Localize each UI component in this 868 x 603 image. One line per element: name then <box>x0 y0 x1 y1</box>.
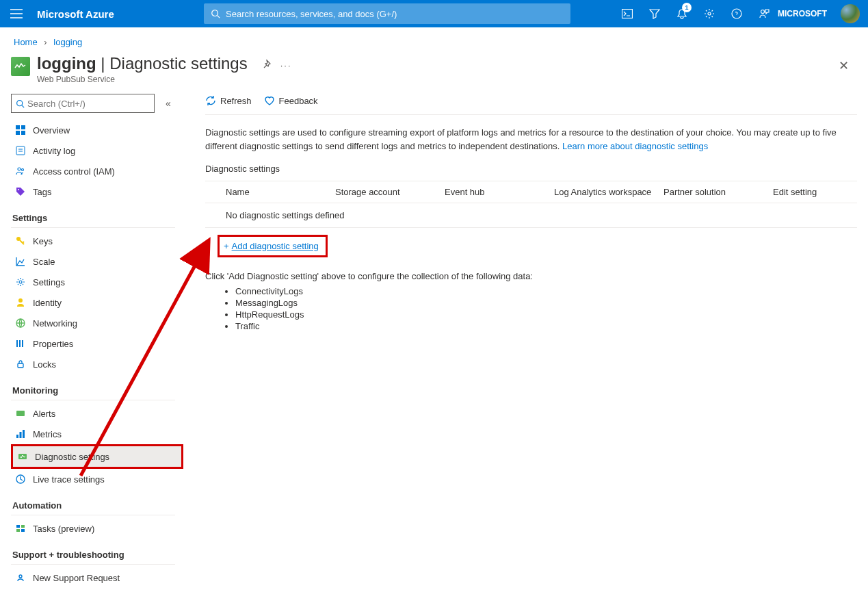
learn-more-link[interactable]: Learn more about diagnostic settings <box>562 141 708 151</box>
gear-icon <box>15 277 26 287</box>
tasks-icon <box>15 523 26 534</box>
nav-tags[interactable]: Tags <box>11 181 185 202</box>
nav-label: Keys <box>33 236 53 246</box>
refresh-button[interactable]: Refresh <box>205 95 252 106</box>
brand-label[interactable]: Microsoft Azure <box>33 8 149 20</box>
nav-networking[interactable]: Networking <box>11 313 185 333</box>
refresh-icon <box>205 95 216 106</box>
user-avatar[interactable] <box>841 4 860 23</box>
network-icon <box>15 318 26 329</box>
sidebar: « Overview Activity log Access control (… <box>11 94 185 593</box>
nav-locks[interactable]: Locks <box>11 354 185 374</box>
nav-label: Live trace settings <box>33 474 105 485</box>
nav-label: Scale <box>33 257 55 267</box>
person-feedback-icon <box>759 8 770 19</box>
svg-rect-22 <box>16 411 25 416</box>
nav-label: Settings <box>33 277 65 287</box>
svg-point-2 <box>708 12 711 15</box>
nav-metrics[interactable]: Metrics <box>11 424 185 444</box>
empty-state: No diagnostic settings defined <box>205 203 857 228</box>
notifications-button[interactable]: 1 <box>668 0 696 27</box>
global-search-input[interactable] <box>226 9 564 19</box>
pin-icon <box>261 60 271 69</box>
metrics-icon <box>15 428 26 439</box>
breadcrumb-current[interactable]: logging <box>53 37 82 47</box>
sidebar-search-input[interactable] <box>27 99 150 109</box>
svg-point-32 <box>19 575 22 578</box>
svg-rect-31 <box>21 529 25 532</box>
add-diagnostic-setting-link[interactable]: Add diagnostic setting <box>232 241 319 251</box>
more-button[interactable]: ··· <box>280 60 292 70</box>
nav-group-settings: Settings <box>11 207 175 228</box>
cloud-shell-button[interactable] <box>614 0 641 27</box>
diagnostic-icon <box>17 451 28 462</box>
alert-icon <box>15 408 26 419</box>
nav-identity[interactable]: Identity <box>11 292 185 313</box>
sidebar-search[interactable] <box>11 94 155 113</box>
global-search[interactable] <box>204 3 570 24</box>
svg-rect-29 <box>21 525 25 528</box>
add-diagnostic-highlight: + Add diagnostic setting <box>218 235 328 257</box>
nav-alerts[interactable]: Alerts <box>11 403 185 424</box>
notification-badge: 1 <box>682 3 692 12</box>
help-icon <box>731 8 742 19</box>
nav-group-monitoring: Monitoring <box>11 380 175 400</box>
feedback-button-top[interactable] <box>750 0 778 27</box>
svg-rect-24 <box>20 432 22 438</box>
hint-text: Click 'Add Diagnostic setting' above to … <box>205 271 533 281</box>
tenant-label[interactable]: MICROSOFT <box>778 9 832 18</box>
svg-rect-25 <box>23 430 25 438</box>
nav-label: Identity <box>33 298 62 308</box>
col-hub: Event hub <box>445 187 554 197</box>
nav-settings[interactable]: Settings <box>11 272 185 292</box>
nav-label: Activity log <box>33 146 75 156</box>
people-icon <box>15 166 26 177</box>
svg-rect-23 <box>16 435 18 438</box>
help-button[interactable] <box>723 0 750 27</box>
svg-rect-9 <box>21 131 25 135</box>
hamburger-icon <box>10 9 23 18</box>
nav-live-trace[interactable]: Live trace settings <box>11 469 185 489</box>
collapse-sidebar-button[interactable]: « <box>163 95 174 112</box>
identity-icon <box>15 297 26 308</box>
svg-rect-21 <box>18 363 23 368</box>
nav-activity-log[interactable]: Activity log <box>11 140 185 161</box>
app-grid-icon <box>15 125 26 136</box>
svg-point-0 <box>212 10 218 16</box>
svg-rect-20 <box>22 340 23 347</box>
col-storage: Storage account <box>335 187 445 197</box>
pin-button[interactable] <box>261 60 271 71</box>
refresh-label: Refresh <box>220 96 252 106</box>
log-icon <box>15 145 26 156</box>
svg-point-12 <box>22 169 24 171</box>
nav-label: New Support Request <box>33 573 120 583</box>
nav-diagnostic-settings[interactable]: Diagnostic settings <box>13 446 181 467</box>
nav-new-support[interactable]: New Support Request <box>11 567 185 588</box>
cloud-shell-icon <box>622 9 633 18</box>
col-name: Name <box>226 187 335 197</box>
svg-rect-6 <box>16 125 20 129</box>
directory-filter-button[interactable] <box>641 0 668 27</box>
nav-overview[interactable]: Overview <box>11 120 185 140</box>
header-actions: 1 <box>614 0 778 27</box>
resource-type: Web PubSub Service <box>37 75 248 84</box>
hamburger-menu[interactable] <box>0 0 33 27</box>
nav-access-control[interactable]: Access control (IAM) <box>11 161 185 181</box>
breadcrumb-home[interactable]: Home <box>14 37 38 47</box>
filter-icon <box>649 8 660 19</box>
properties-icon <box>15 338 26 349</box>
svg-point-4 <box>761 10 765 14</box>
nav-properties[interactable]: Properties <box>11 333 185 354</box>
nav-scale[interactable]: Scale <box>11 251 185 272</box>
nav-keys[interactable]: Keys <box>11 231 185 251</box>
nav-tasks[interactable]: Tasks (preview) <box>11 518 185 539</box>
page-title: logging | Diagnostic settings <box>37 54 248 73</box>
nav-label: Access control (IAM) <box>33 166 115 177</box>
settings-button[interactable] <box>696 0 723 27</box>
page-header: logging | Diagnostic settings Web PubSub… <box>0 51 868 94</box>
table-header: Name Storage account Event hub Log Analy… <box>205 181 857 203</box>
feedback-button[interactable]: Feedback <box>264 95 318 106</box>
data-type-item: HttpRequestLogs <box>235 309 857 320</box>
svg-rect-28 <box>16 525 20 528</box>
close-button[interactable]: ✕ <box>833 56 854 75</box>
